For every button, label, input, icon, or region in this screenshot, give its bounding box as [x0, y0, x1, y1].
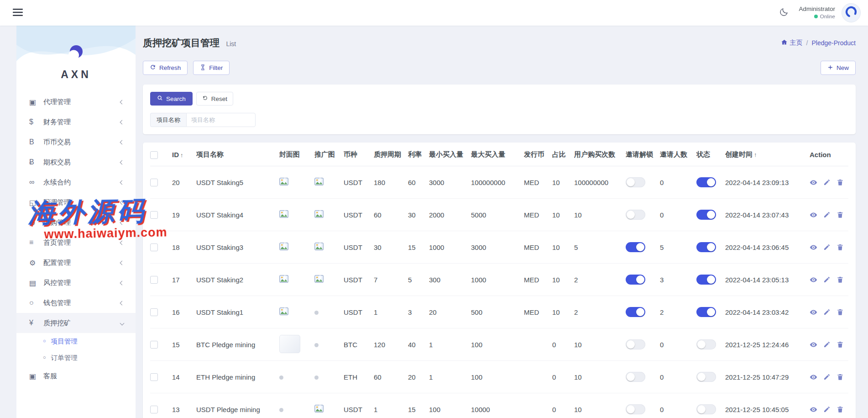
- sidebar-nav: ▣代理管理$财务管理B币币交易Ƀ期权交易∞永续合约◱回调管理⊕申购管理≡首页管理…: [16, 92, 136, 386]
- new-button[interactable]: New: [821, 61, 856, 75]
- filter-button[interactable]: Filter: [193, 61, 230, 75]
- select-all-header-cell: [150, 143, 172, 166]
- row-checkbox[interactable]: [150, 341, 158, 349]
- edit-button[interactable]: [823, 341, 831, 348]
- status-toggle[interactable]: [696, 372, 716, 382]
- delete-button[interactable]: [837, 276, 844, 283]
- cell-period: 180: [374, 166, 408, 199]
- delete-button[interactable]: [837, 406, 844, 413]
- sort-arrow-icon[interactable]: ↑: [180, 152, 183, 159]
- view-button[interactable]: [810, 179, 817, 186]
- delete-button[interactable]: [837, 308, 844, 316]
- invite_unlock-toggle[interactable]: [626, 339, 645, 349]
- cell-status: [696, 166, 725, 199]
- status-toggle[interactable]: [696, 275, 716, 285]
- column-label: 利率: [408, 150, 422, 158]
- invite_unlock-toggle[interactable]: [626, 210, 645, 220]
- sidebar-item-spot-trading[interactable]: B币币交易: [16, 132, 136, 152]
- edit-button[interactable]: [823, 179, 831, 186]
- cell-issue_coin: [524, 361, 552, 393]
- invite_unlock-toggle[interactable]: [626, 372, 645, 382]
- row-checkbox[interactable]: [150, 308, 158, 316]
- status-toggle[interactable]: [696, 307, 716, 317]
- edit-button[interactable]: [823, 308, 831, 316]
- sidebar-item-wallet[interactable]: ○钱包管理: [16, 293, 136, 313]
- id-badge-icon: ▣: [29, 372, 42, 381]
- project-name-input[interactable]: [186, 113, 256, 127]
- status-toggle[interactable]: [696, 177, 716, 187]
- breadcrumb-home-link[interactable]: 主页: [781, 39, 803, 47]
- delete-button[interactable]: [837, 373, 844, 381]
- sidebar-item-callback[interactable]: ◱回调管理: [16, 192, 136, 212]
- view-button[interactable]: [810, 308, 817, 316]
- row-checkbox[interactable]: [150, 373, 158, 381]
- cell-invite_count: 0: [660, 199, 696, 231]
- status-toggle[interactable]: [696, 339, 716, 349]
- delete-button[interactable]: [837, 211, 844, 218]
- edit-button[interactable]: [823, 276, 831, 283]
- sidebar-item-pledge-mining[interactable]: ¥质押挖矿: [16, 313, 136, 333]
- sidebar-subitem-project-management[interactable]: ○项目管理: [16, 333, 136, 349]
- hamburger-menu-button[interactable]: [13, 9, 23, 17]
- row-checkbox[interactable]: [150, 406, 158, 413]
- edit-button[interactable]: [823, 243, 831, 251]
- delete-button[interactable]: [837, 341, 844, 348]
- view-button[interactable]: [810, 211, 817, 219]
- sidebar-item-agent[interactable]: ▣代理管理: [16, 92, 136, 112]
- reset-button[interactable]: Reset: [196, 92, 233, 106]
- sidebar-item-risk-control[interactable]: ▤风控管理: [16, 273, 136, 293]
- row-checkbox[interactable]: [150, 243, 158, 251]
- invite_unlock-toggle[interactable]: [626, 404, 645, 414]
- sidebar-item-config[interactable]: ⚙配置管理: [16, 253, 136, 273]
- row-checkbox[interactable]: [150, 276, 158, 284]
- view-button[interactable]: [810, 276, 817, 284]
- cell-min_buy: 2000: [429, 199, 471, 231]
- circle-icon: ○: [29, 299, 42, 307]
- sidebar-item-support[interactable]: ▣客服: [16, 366, 136, 386]
- view-button[interactable]: [810, 373, 817, 381]
- refresh-button[interactable]: Refresh: [143, 61, 188, 75]
- status-toggle[interactable]: [696, 242, 716, 252]
- cell-cover: [279, 231, 314, 264]
- projects-table-card: ID↑项目名称封面图推广图币种质押周期利率最小买入量最大买入量发行币占比用户购买…: [143, 143, 856, 418]
- cell-invite_unlock: [626, 296, 660, 328]
- view-button[interactable]: [810, 243, 817, 251]
- broken-image-icon: [279, 244, 288, 252]
- sort-arrow-icon[interactable]: ↑: [754, 152, 757, 158]
- cell-coin: BTC: [344, 328, 374, 361]
- invite_unlock-toggle[interactable]: [626, 177, 645, 187]
- edit-button[interactable]: [823, 406, 831, 413]
- sidebar-item-finance[interactable]: $财务管理: [16, 112, 136, 132]
- sidebar-subitem-order-management[interactable]: ○订单管理: [16, 349, 136, 366]
- column-label: 项目名称: [196, 150, 224, 158]
- avatar[interactable]: [842, 3, 861, 22]
- sidebar-item-options-trading[interactable]: Ƀ期权交易: [16, 152, 136, 172]
- cell-status: [696, 296, 725, 328]
- status-toggle[interactable]: [696, 404, 716, 414]
- select-all-checkbox[interactable]: [150, 151, 158, 159]
- sidebar-item-perpetual-contract[interactable]: ∞永续合约: [16, 172, 136, 192]
- moon-icon: [779, 7, 789, 18]
- invite_unlock-toggle[interactable]: [626, 242, 645, 252]
- view-button[interactable]: [810, 406, 817, 413]
- breadcrumb-current: Pledge-Product: [811, 39, 856, 47]
- search-button[interactable]: Search: [150, 92, 193, 106]
- edit-button[interactable]: [823, 211, 831, 218]
- cell-action: [810, 231, 848, 264]
- row-checkbox[interactable]: [150, 179, 158, 186]
- delete-button[interactable]: [837, 179, 844, 186]
- sidebar-item-homepage[interactable]: ≡首页管理: [16, 233, 136, 253]
- sidebar-item-subscription[interactable]: ⊕申购管理: [16, 212, 136, 233]
- invite_unlock-toggle[interactable]: [626, 275, 645, 285]
- cell-coin: USDT: [344, 264, 374, 296]
- cell-rate: 5: [408, 264, 429, 296]
- cell-cover: [279, 166, 314, 199]
- dark-mode-toggle[interactable]: [779, 7, 789, 18]
- status-toggle[interactable]: [696, 210, 716, 220]
- delete-button[interactable]: [837, 243, 844, 251]
- cell-issue_coin: MED: [524, 264, 552, 296]
- view-button[interactable]: [810, 341, 817, 349]
- invite_unlock-toggle[interactable]: [626, 307, 645, 317]
- row-checkbox[interactable]: [150, 211, 158, 219]
- edit-button[interactable]: [823, 373, 831, 381]
